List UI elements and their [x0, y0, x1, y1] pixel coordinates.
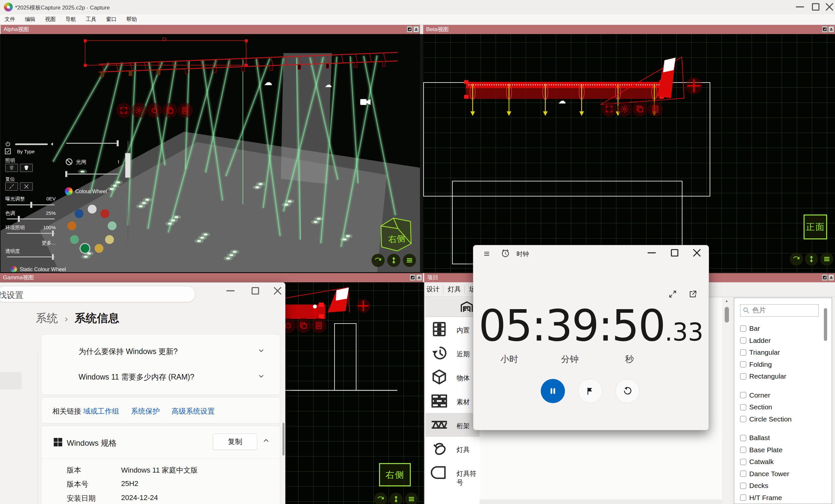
- shutter-slider-handle[interactable]: [65, 171, 67, 177]
- related-link-高级系统设置[interactable]: 高级系统设置: [171, 406, 215, 416]
- scrollbar-thumb[interactable]: [725, 307, 729, 323]
- filter-checkbox[interactable]: [740, 483, 746, 489]
- popout-timer-icon[interactable]: [689, 290, 697, 298]
- filter-checkbox[interactable]: [740, 373, 746, 380]
- swatch-gold[interactable]: [95, 244, 103, 253]
- maximize-button[interactable]: [669, 248, 680, 258]
- menu-item-6[interactable]: 帮助: [126, 16, 137, 23]
- reset-diag-button[interactable]: [5, 182, 18, 190]
- panel-collapse-button[interactable]: [416, 275, 422, 281]
- beta-view-header[interactable]: Beta视图: [423, 25, 835, 34]
- tint-slider[interactable]: [7, 218, 55, 219]
- breadcrumb-parent[interactable]: 系统: [36, 312, 58, 324]
- chevron-up-icon[interactable]: [262, 437, 270, 444]
- related-link-系统保护[interactable]: 系统保护: [131, 406, 160, 416]
- sidebar-item-桁架[interactable]: 桁架: [426, 413, 480, 437]
- copy-button[interactable]: [296, 318, 311, 333]
- swatch-khaki[interactable]: [105, 235, 114, 244]
- ambient-slider[interactable]: [7, 233, 55, 234]
- panel-popout-button[interactable]: [407, 26, 412, 33]
- static-colour-wheel-label[interactable]: Static Colour Wheel: [20, 266, 66, 272]
- menu-item-4[interactable]: 工具: [86, 16, 96, 23]
- list-button[interactable]: [648, 102, 663, 117]
- filter-search-box[interactable]: [740, 304, 819, 317]
- nav-menu-lines-button[interactable]: [403, 254, 416, 267]
- lap-flag-button[interactable]: [578, 379, 602, 403]
- nav-rotate-button[interactable]: [374, 492, 387, 504]
- reset-cross-button[interactable]: [20, 182, 33, 190]
- alpha-view-header[interactable]: Alpha视图: [1, 25, 420, 34]
- panel-popout-button[interactable]: [822, 26, 828, 33]
- filter-checkbox[interactable]: [740, 404, 746, 410]
- beta-plan-scene[interactable]: ☁ 正面: [423, 34, 835, 272]
- close-button[interactable]: [272, 286, 283, 296]
- settings-scrollbar-thumb[interactable]: [283, 423, 284, 456]
- filter-checkbox[interactable]: [740, 349, 746, 356]
- zoom-slider-handle[interactable]: [117, 140, 119, 146]
- nav-menu-lines-button[interactable]: [820, 253, 833, 266]
- ambient-slider-handle[interactable]: [52, 230, 54, 237]
- nav-item-hover[interactable]: [0, 372, 22, 389]
- filter-checkbox[interactable]: [740, 495, 746, 501]
- close-button[interactable]: [691, 248, 702, 258]
- menu-item-2[interactable]: 视图: [45, 16, 56, 23]
- menu-item-3[interactable]: 导航: [65, 16, 76, 23]
- sidebar-item-近期[interactable]: 近期: [426, 341, 480, 365]
- filter-scrollbar-thumb[interactable]: [824, 308, 827, 341]
- nav-updown-button[interactable]: [387, 254, 400, 267]
- chevron-down-icon[interactable]: [258, 373, 265, 380]
- sidebar-item-灯具符号[interactable]: 灯具符号: [426, 461, 480, 485]
- swatch-orange[interactable]: [67, 221, 76, 230]
- sidebar-item-物体[interactable]: 物体: [426, 365, 480, 389]
- sidebar-item-内置[interactable]: 内置: [426, 317, 480, 341]
- swatch-blue[interactable]: [75, 209, 83, 218]
- library-scrollbar[interactable]: ▲: [723, 298, 731, 504]
- panel-collapse-button[interactable]: [413, 26, 419, 33]
- filter-checkbox[interactable]: [740, 416, 746, 422]
- copy-button[interactable]: [162, 103, 178, 118]
- filter-checkbox[interactable]: [740, 361, 746, 367]
- nav-rotate-button[interactable]: [371, 254, 385, 267]
- by-type-checkbox[interactable]: [5, 148, 11, 154]
- panel-popout-button[interactable]: [822, 275, 828, 281]
- lighting-mode-bright-button[interactable]: [20, 164, 33, 172]
- filter-checkbox[interactable]: [740, 337, 746, 344]
- view-nav-cube[interactable]: 右侧: [377, 214, 415, 252]
- menu-item-5[interactable]: 窗口: [106, 16, 117, 23]
- maximize-button[interactable]: [810, 2, 821, 12]
- close-button[interactable]: [824, 2, 835, 12]
- zoom-slider[interactable]: [66, 143, 119, 144]
- warehouse-icon[interactable]: [460, 300, 474, 314]
- settings-search-box[interactable]: 找设置: [0, 286, 196, 302]
- more-link[interactable]: 更多...: [42, 240, 56, 246]
- filter-checkbox[interactable]: [740, 392, 746, 398]
- exposure-slider-handle[interactable]: [30, 202, 33, 208]
- view-nav-face-box[interactable]: 右侧: [379, 463, 411, 486]
- power-icon[interactable]: [5, 141, 11, 147]
- menu-item-1[interactable]: 编辑: [25, 16, 35, 23]
- reset-button[interactable]: [615, 379, 639, 403]
- panel-popout-button[interactable]: [410, 275, 415, 281]
- power-slider[interactable]: [15, 143, 48, 145]
- nav-menu-lines-button[interactable]: [405, 492, 418, 504]
- tint-slider-handle[interactable]: [18, 216, 20, 222]
- shutter-slider[interactable]: [66, 174, 119, 175]
- gamma-view-header[interactable]: Gamma视图: [0, 273, 423, 282]
- colour-wheel-label[interactable]: Colour Wheel: [75, 189, 107, 195]
- filter-checkbox[interactable]: [740, 447, 746, 453]
- nav-updown-button[interactable]: [805, 253, 818, 266]
- faq-question[interactable]: 为什么要保持 Windows 更新?: [79, 346, 178, 357]
- list-button[interactable]: [178, 103, 193, 118]
- horizontal-scrollbar[interactable]: [480, 499, 722, 504]
- pause-button[interactable]: [541, 379, 565, 403]
- filter-checkbox[interactable]: [740, 459, 746, 465]
- filter-search-input[interactable]: [752, 305, 817, 315]
- fullscreen-button[interactable]: [602, 102, 617, 117]
- swatch-dark-green[interactable]: [81, 244, 89, 253]
- alpha-3d-scene[interactable]: ☁ ☁ By Type 照明 复位 曝光调整 0EV: [1, 34, 420, 272]
- copy-button[interactable]: 复制: [213, 434, 257, 450]
- sidebar-item-素材[interactable]: 素材: [426, 389, 480, 413]
- chevron-down-icon[interactable]: [258, 347, 265, 354]
- minimize-button[interactable]: [794, 2, 806, 12]
- tab-灯具[interactable]: 灯具: [448, 285, 461, 295]
